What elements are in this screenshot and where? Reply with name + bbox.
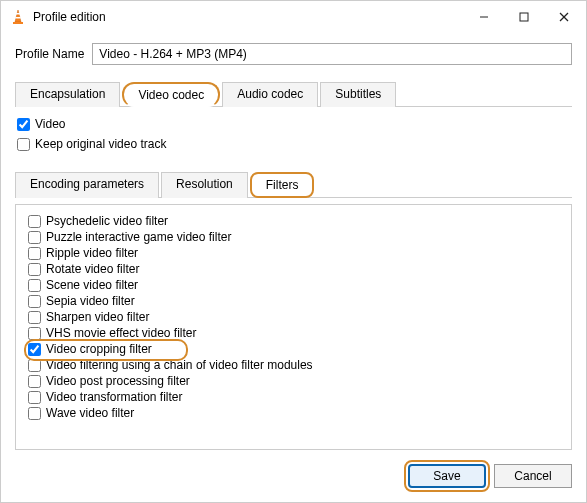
profile-name-label: Profile Name: [15, 47, 84, 61]
sub-tabs: Encoding parametersResolutionFilters: [15, 171, 572, 198]
filters-panel: Psychedelic video filterPuzzle interacti…: [15, 204, 572, 450]
svg-marker-0: [15, 10, 21, 22]
svg-rect-2: [15, 17, 20, 19]
profile-name-input[interactable]: [92, 43, 572, 65]
filter-item[interactable]: Rotate video filter: [28, 261, 569, 277]
filter-item[interactable]: VHS movie effect video filter: [28, 325, 569, 341]
keep-original-checkbox[interactable]: [17, 138, 30, 151]
video-checkbox-label: Video: [35, 117, 65, 131]
filter-item[interactable]: Wave video filter: [28, 405, 569, 421]
filter-checkbox[interactable]: [28, 407, 41, 420]
filter-item[interactable]: Sepia video filter: [28, 293, 569, 309]
filter-checkbox[interactable]: [28, 247, 41, 260]
filter-checkbox[interactable]: [28, 279, 41, 292]
vlc-cone-icon: [9, 8, 27, 26]
content-area: Profile Name EncapsulationVideo codecAud…: [1, 33, 586, 450]
svg-rect-1: [16, 13, 20, 15]
filter-label: Psychedelic video filter: [46, 214, 168, 228]
main-tabs: EncapsulationVideo codecAudio codecSubti…: [15, 81, 572, 107]
filter-item[interactable]: Video post processing filter: [28, 373, 569, 389]
filter-item[interactable]: Sharpen video filter: [28, 309, 569, 325]
filter-item[interactable]: Puzzle interactive game video filter: [28, 229, 569, 245]
filter-checkbox[interactable]: [28, 295, 41, 308]
window-title: Profile edition: [33, 10, 464, 24]
minimize-button[interactable]: [464, 2, 504, 32]
filter-label: Sepia video filter: [46, 294, 135, 308]
filter-label: Ripple video filter: [46, 246, 138, 260]
footer: Save Cancel: [1, 450, 586, 502]
filter-item[interactable]: Video filtering using a chain of video f…: [28, 357, 569, 373]
tab-audio-codec[interactable]: Audio codec: [222, 82, 318, 107]
filter-label: Video cropping filter: [46, 342, 152, 356]
filter-label: Wave video filter: [46, 406, 134, 420]
filter-item[interactable]: Video cropping filter: [28, 341, 569, 357]
filter-label: VHS movie effect video filter: [46, 326, 197, 340]
keep-original-row[interactable]: Keep original video track: [17, 137, 572, 151]
video-checkbox-row[interactable]: Video: [17, 117, 572, 131]
filter-checkbox[interactable]: [28, 391, 41, 404]
cancel-button[interactable]: Cancel: [494, 464, 572, 488]
window-controls: [464, 2, 584, 32]
close-button[interactable]: [544, 2, 584, 32]
filter-label: Video transformation filter: [46, 390, 183, 404]
maximize-button[interactable]: [504, 2, 544, 32]
subtab-resolution[interactable]: Resolution: [161, 172, 248, 198]
filter-label: Puzzle interactive game video filter: [46, 230, 231, 244]
filter-checkbox[interactable]: [28, 343, 41, 356]
filter-label: Video post processing filter: [46, 374, 190, 388]
keep-original-label: Keep original video track: [35, 137, 166, 151]
filter-item[interactable]: Scene video filter: [28, 277, 569, 293]
filter-label: Sharpen video filter: [46, 310, 149, 324]
filter-checkbox[interactable]: [28, 215, 41, 228]
filters-list[interactable]: Psychedelic video filterPuzzle interacti…: [18, 211, 569, 443]
profile-name-row: Profile Name: [15, 43, 572, 65]
filter-item[interactable]: Psychedelic video filter: [28, 213, 569, 229]
video-checkbox[interactable]: [17, 118, 30, 131]
profile-edition-window: Profile edition Profile Name Encapsulati…: [0, 0, 587, 503]
filter-label: Rotate video filter: [46, 262, 139, 276]
filter-checkbox[interactable]: [28, 359, 41, 372]
save-button[interactable]: Save: [408, 464, 486, 488]
filter-checkbox[interactable]: [28, 375, 41, 388]
subtab-filters[interactable]: Filters: [250, 172, 315, 198]
svg-rect-3: [13, 22, 23, 24]
filter-item[interactable]: Ripple video filter: [28, 245, 569, 261]
filter-item[interactable]: Video transformation filter: [28, 389, 569, 405]
filter-checkbox[interactable]: [28, 327, 41, 340]
video-options: Video Keep original video track: [17, 117, 572, 157]
subtab-encoding-parameters[interactable]: Encoding parameters: [15, 172, 159, 198]
tab-encapsulation[interactable]: Encapsulation: [15, 82, 120, 107]
titlebar: Profile edition: [1, 1, 586, 33]
tab-video-codec[interactable]: Video codec: [122, 82, 220, 107]
filter-checkbox[interactable]: [28, 263, 41, 276]
filter-checkbox[interactable]: [28, 231, 41, 244]
filter-checkbox[interactable]: [28, 311, 41, 324]
filter-label: Scene video filter: [46, 278, 138, 292]
svg-rect-5: [520, 13, 528, 21]
filter-label: Video filtering using a chain of video f…: [46, 358, 313, 372]
tab-subtitles[interactable]: Subtitles: [320, 82, 396, 107]
